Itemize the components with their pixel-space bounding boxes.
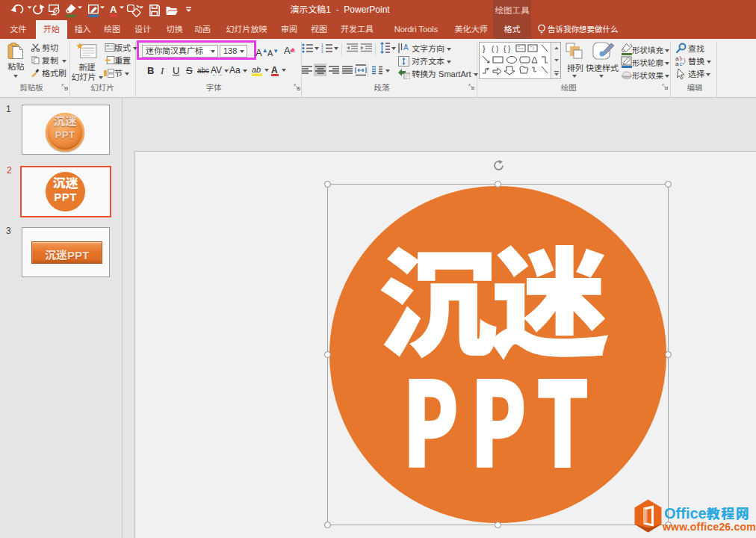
svg-text:A: A <box>110 4 117 15</box>
svg-text:3: 3 <box>321 50 323 53</box>
svg-text:a: a <box>675 61 679 66</box>
svg-text:ab: ab <box>252 65 261 74</box>
svg-text:}: } <box>483 44 486 53</box>
svg-text:( ): ( ) <box>492 45 498 53</box>
svg-text:A: A <box>403 43 409 52</box>
svg-text:{ }: { } <box>504 45 511 53</box>
svg-text:c: c <box>680 61 683 66</box>
svg-text:A: A <box>271 65 278 75</box>
